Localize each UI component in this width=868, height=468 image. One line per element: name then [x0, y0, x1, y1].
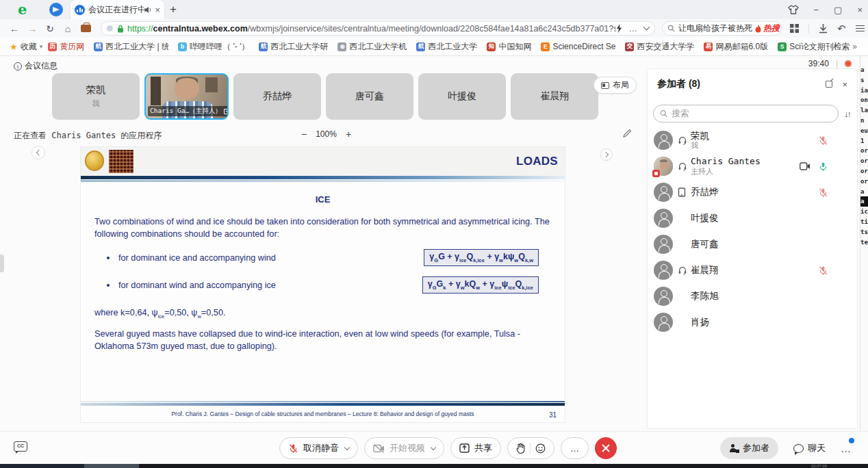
new-tab-button[interactable]: +: [170, 3, 177, 16]
home-button[interactable]: ⌂: [59, 23, 77, 34]
refresh-button[interactable]: ↻: [41, 23, 59, 34]
url-dropdown-icon[interactable]: [643, 24, 650, 31]
page-status-icon: [107, 25, 113, 31]
start-video-button[interactable]: 开始视频: [364, 437, 444, 459]
unmute-button[interactable]: 取消静音: [279, 437, 358, 459]
browser-search-box[interactable]: 让电扇给孩子被热死 热搜: [662, 21, 782, 36]
favorites-star-icon[interactable]: ★: [10, 42, 18, 52]
webex-tab-icon: [75, 5, 85, 15]
leave-meeting-button[interactable]: [595, 437, 617, 459]
participant-search-box[interactable]: [653, 105, 839, 122]
bookmark-item[interactable]: 航 西北工业大学: [416, 41, 477, 53]
thumbnails-scroll-left-button[interactable]: [31, 146, 45, 159]
bookmark-favicon: 知: [487, 42, 496, 51]
mic-muted-icon[interactable]: [818, 187, 828, 198]
bookmark-item[interactable]: S Sci论文期刊检索: [778, 41, 850, 53]
reactions-smiley-icon[interactable]: [535, 443, 546, 454]
participant-search-input[interactable]: [672, 109, 832, 118]
bookmark-item[interactable]: 易 网易邮箱6.0版: [704, 41, 768, 53]
mic-live-icon[interactable]: [818, 161, 828, 172]
participants-panel: 参加者 (8) × ↓↑: [647, 68, 858, 429]
person-icon: [654, 287, 673, 306]
windows-taskbar[interactable]: 10:07:00: [0, 464, 868, 468]
favorites-dropdown-icon[interactable]: ▾: [40, 43, 43, 50]
panel-options-button[interactable]: …: [841, 443, 852, 454]
ie-browser-logo[interactable]: e: [18, 2, 33, 17]
lightning-icon[interactable]: [616, 24, 622, 33]
window-maximize-button[interactable]: ▢: [834, 5, 842, 15]
workspace-icon[interactable]: [81, 25, 91, 32]
participant-thumbnail[interactable]: 崔晨翔 +: [511, 73, 598, 120]
chat-button[interactable]: 聊天: [793, 442, 826, 454]
bookmark-item[interactable]: 历 黄历网: [48, 41, 84, 53]
favorites-label[interactable]: 收藏: [21, 41, 37, 53]
zoom-out-button[interactable]: −: [301, 129, 307, 140]
meeting-info-button[interactable]: i 会议信息: [14, 60, 58, 72]
more-options-button[interactable]: …: [561, 437, 589, 459]
layout-button[interactable]: 布局: [593, 77, 637, 94]
participant-row[interactable]: 李陈旭: [648, 283, 857, 309]
participants-toggle-button[interactable]: 参加者: [720, 437, 778, 459]
raise-hand-icon[interactable]: [516, 443, 525, 454]
person-icon: [654, 261, 673, 280]
address-bar[interactable]: https://centralntua.webex.com/wbxmjs/joi…: [101, 21, 655, 36]
participant-thumbnail[interactable]: 叶援俊 +: [418, 73, 506, 120]
closed-captions-icon[interactable]: CC: [14, 441, 27, 452]
participant-row[interactable]: 叶援俊: [648, 205, 857, 231]
participant-thumbnail[interactable]: 唐可鑫 +: [326, 73, 413, 120]
participant-row[interactable]: 肖扬: [648, 309, 857, 335]
url-more-icon[interactable]: …: [629, 24, 638, 34]
tab-close-icon[interactable]: ×: [155, 5, 160, 15]
annotate-pen-icon[interactable]: [623, 129, 632, 138]
back-button[interactable]: ←: [5, 23, 23, 34]
camera-on-icon[interactable]: [800, 162, 810, 170]
bookmarks-overflow-icon[interactable]: »: [852, 42, 857, 51]
bookmark-favicon: E: [541, 42, 550, 51]
menu-icon[interactable]: [856, 25, 865, 31]
participant-row[interactable]: 乔喆烨: [648, 179, 857, 205]
forward-button[interactable]: →: [23, 23, 41, 34]
pin-icon[interactable]: +: [224, 109, 229, 114]
url-host: centralntua.webex.com: [153, 24, 248, 34]
browser-skin-icon[interactable]: [788, 5, 799, 14]
window-minimize-button[interactable]: −: [814, 5, 819, 15]
thumbnails-scroll-right-button[interactable]: [600, 148, 613, 161]
taskbar-open-app[interactable]: [84, 464, 139, 468]
bookmark-item[interactable]: b 哔哩哔哩（ '- '）: [178, 41, 249, 53]
download-icon[interactable]: [819, 24, 828, 34]
bookmark-item[interactable]: 交 西安交通大学学: [625, 41, 694, 53]
participant-row[interactable]: 崔晨翔: [648, 257, 857, 283]
background-window-sliver: asiaonlaneu1ororororaaictitste: [860, 56, 868, 431]
mic-muted-icon[interactable]: [818, 135, 828, 146]
participant-thumbnail[interactable]: 荣凯 我 +: [52, 73, 140, 120]
panel-close-icon[interactable]: ×: [842, 79, 847, 90]
participant-thumbnail[interactable]: 乔喆烨 +: [233, 73, 321, 120]
browser-tab[interactable]: 会议正在进行中... ×: [71, 0, 164, 19]
panel-popout-icon[interactable]: [826, 81, 832, 88]
participant-row[interactable]: 唐可鑫: [648, 231, 857, 257]
video-options-chevron[interactable]: [431, 444, 436, 450]
sort-icon[interactable]: ↓↑: [844, 109, 850, 119]
search-icon: [660, 109, 667, 118]
bookmark-item[interactable]: 航 西北工业大学 | 统: [94, 41, 168, 53]
flame-icon: [755, 25, 761, 33]
bookmark-item[interactable]: ⊕ 西北工业大学机: [337, 41, 407, 53]
participant-row[interactable]: Charis Gantes 主持人: [648, 153, 857, 179]
search-icon: [667, 25, 675, 32]
bookmark-item[interactable]: E ScienceDirect Se: [541, 42, 615, 51]
apps-grid-icon[interactable]: [790, 24, 799, 33]
person-icon: [654, 183, 673, 202]
app-shortcut-icon[interactable]: [49, 3, 63, 16]
bookmark-item[interactable]: 知 中国知网: [487, 41, 531, 53]
audio-options-chevron[interactable]: [344, 444, 350, 450]
zoom-in-button[interactable]: +: [346, 129, 351, 140]
share-button[interactable]: 共享: [450, 437, 501, 459]
mic-muted-icon[interactable]: [818, 265, 828, 276]
tab-audio-icon[interactable]: [144, 6, 152, 14]
participant-thumbnail[interactable]: Charis Ga…（主持人）+: [144, 73, 229, 120]
bookmark-item[interactable]: 航 西北工业大学研: [259, 41, 328, 53]
undo-icon[interactable]: ↶: [837, 23, 846, 35]
participant-row[interactable]: 荣凯 我: [648, 127, 857, 153]
window-close-button[interactable]: ×: [857, 5, 863, 15]
left-edge-handle[interactable]: [0, 255, 4, 272]
